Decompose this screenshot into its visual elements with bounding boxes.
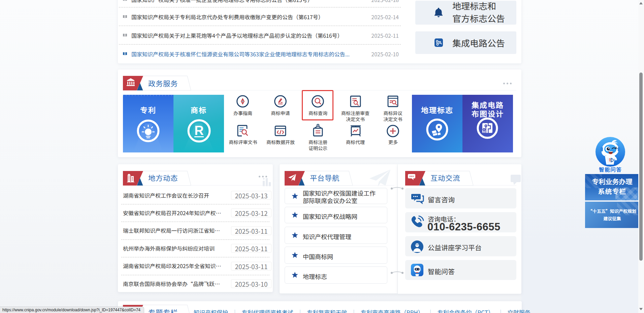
svg-text:R: R bbox=[194, 123, 203, 138]
